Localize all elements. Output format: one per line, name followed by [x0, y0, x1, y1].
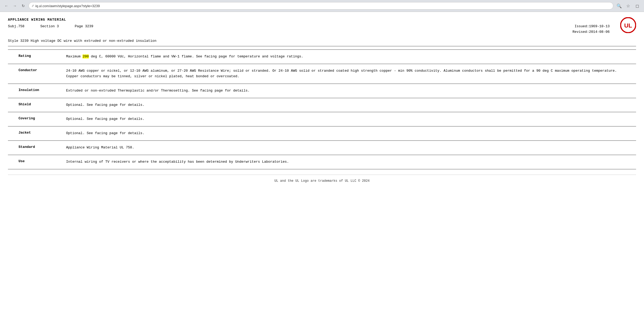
spec-value-use: Internal wiring of TV receivers or where…	[50, 155, 636, 169]
spec-value-conductor: 24-10 AWG copper or nickel, or 12-10 AWG…	[50, 64, 636, 84]
spec-value-covering: Optional. See facing page for details.	[50, 112, 636, 126]
table-row: Covering Optional. See facing page for d…	[8, 112, 636, 126]
table-row: Use Internal wiring of TV receivers or w…	[8, 155, 636, 169]
svg-text:UL: UL	[624, 22, 632, 29]
menu-button[interactable]: ◻	[633, 2, 641, 10]
table-row: Insulation Extruded or non-extruded Ther…	[8, 84, 636, 98]
spec-value-jacket: Optional. See facing page for details.	[50, 126, 636, 141]
header-meta: Subj.758 Section 3 Page 3239 Issued:1969…	[8, 24, 636, 35]
footer-text: UL and the UL Logo are trademarks of UL …	[274, 179, 370, 183]
page-title: APPLIANCE WIRING MATERIAL	[8, 17, 636, 23]
issued-date: Issued:1969-10-13	[573, 24, 610, 29]
highlighted-value: 200	[82, 54, 89, 58]
table-row: Standard Appliance Wiring Material UL 75…	[8, 140, 636, 155]
style-description: Style 3239 High voltage DC wire with ext…	[8, 39, 636, 43]
spec-label-use: Use	[8, 155, 50, 169]
footer: UL and the UL Logo are trademarks of UL …	[8, 175, 636, 187]
zoom-button[interactable]: 🔍	[615, 2, 623, 10]
table-row: Rating Maximum 200 deg C, 60000 Vdc, Hor…	[8, 50, 636, 64]
address-bar[interactable]: ☍ iq.ul.com/awm/stylepage.aspx?style=323…	[29, 2, 613, 10]
table-row: Shield Optional. See facing page for det…	[8, 98, 636, 112]
spec-label-conductor: Conductor	[8, 64, 50, 84]
bookmark-button[interactable]: ☆	[624, 2, 632, 10]
page-content: UL APPLIANCE WIRING MATERIAL Subj.758 Se…	[0, 12, 644, 332]
spec-value-rating: Maximum 200 deg C, 60000 Vdc, Horizontal…	[50, 50, 636, 64]
security-icon: ☍	[32, 4, 34, 8]
spec-label-rating: Rating	[8, 50, 50, 64]
table-row: Conductor 24-10 AWG copper or nickel, or…	[8, 64, 636, 84]
section-text: Section 3	[40, 24, 59, 35]
subj-text: Subj.758	[8, 24, 24, 35]
page-header: APPLIANCE WIRING MATERIAL Subj.758 Secti…	[8, 17, 636, 35]
top-divider	[8, 46, 636, 46]
spec-value-standard: Appliance Wiring Material UL 758.	[50, 140, 636, 155]
spec-label-standard: Standard	[8, 140, 50, 155]
forward-button[interactable]: →	[12, 3, 18, 9]
spec-table: Rating Maximum 200 deg C, 60000 Vdc, Hor…	[8, 49, 636, 169]
revised-date: Revised:2014-08-06	[573, 29, 610, 35]
url-text: iq.ul.com/awm/stylepage.aspx?style=3239	[35, 4, 610, 8]
spec-value-shield: Optional. See facing page for details.	[50, 98, 636, 112]
spec-label-jacket: Jacket	[8, 126, 50, 141]
back-button[interactable]: ←	[3, 3, 10, 9]
reload-button[interactable]: ↻	[20, 3, 26, 9]
spec-label-shield: Shield	[8, 98, 50, 112]
page-num-text: Page 3239	[75, 24, 93, 35]
header-meta-left: Subj.758 Section 3 Page 3239	[8, 24, 573, 35]
ul-logo: UL	[620, 17, 636, 33]
spec-value-insulation: Extruded or non-extruded Thermoplastic a…	[50, 84, 636, 98]
spec-label-insulation: Insulation	[8, 84, 50, 98]
spec-label-covering: Covering	[8, 112, 50, 126]
browser-actions: 🔍 ☆ ◻	[615, 2, 641, 10]
table-row: Jacket Optional. See facing page for det…	[8, 126, 636, 141]
browser-toolbar: ← → ↻ ☍ iq.ul.com/awm/stylepage.aspx?sty…	[0, 0, 644, 12]
